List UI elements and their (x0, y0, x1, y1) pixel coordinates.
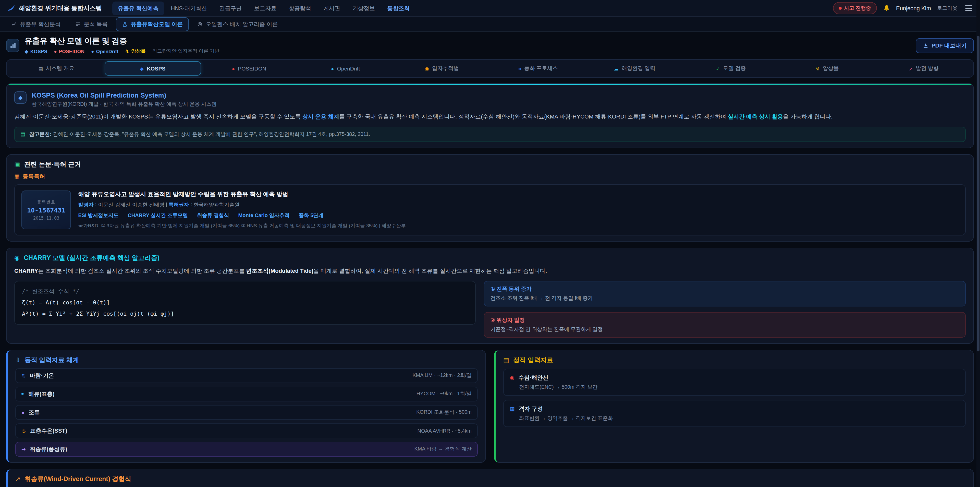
tab-ocean-env-input[interactable]: ☁해양환경 입력 (587, 61, 683, 76)
kosps-subtitle: 한국해양연구원(KORDI) 개발 · 한국 해역 특화 유출유 확산 예측 상… (32, 101, 216, 108)
dot-icon: ● (232, 65, 235, 71)
charry-header: ◉ CHARRY 모델 (실시간 조류예측 핵심 알고리즘) (14, 254, 966, 262)
patent-section-title: 관련 논문·특허 근거 (24, 160, 81, 169)
arrow-wave-icon: ⇝ (21, 446, 26, 452)
wdc-title: 취송류(Wind-Driven Current) 경험식 (24, 475, 131, 484)
subnav-label: 오일펜스 배치 알고리즘 이론 (206, 20, 278, 28)
tab-particle-tracking[interactable]: ◉입자추적법 (393, 61, 490, 76)
tab-ensemble[interactable]: ↯앙상블 (779, 61, 876, 76)
wave-icon: ≈ (519, 65, 521, 71)
patent-meta: 발명자 : 이문진·김혜진·이승헌·전태병 | 특허권자 : 한국해양과학기술원 (78, 201, 959, 208)
inputs-row: ⇩ 동적 입력자료 체계 ≋바람·기온 KMA UM · ~12km · 2회/… (6, 350, 974, 463)
badge-poseidon: ●POSEIDON (54, 48, 84, 54)
charry-description: CHARRY는 조화분석에 의한 검조소 실시간 조위와 조석 수치모델링에 의… (14, 266, 966, 276)
scrollbar-thumb[interactable] (977, 36, 980, 351)
nav-item-oil-spill-forecast[interactable]: 유출유 확산예측 (112, 1, 164, 15)
dynamic-inputs-header: ⇩ 동적 입력자료 체계 (15, 356, 478, 364)
wave-icon: ≈ (21, 391, 24, 397)
book-icon: ▤ (21, 131, 25, 137)
patent-tag[interactable]: 풍화 5단계 (299, 212, 324, 219)
kosps-description: 김혜진·이문진·오세웅·강준묵(2011)이 개발한 KOSPS는 유류오염사고… (14, 112, 966, 122)
page-icon (6, 39, 19, 52)
subnav-item-oil-fence-theory[interactable]: 오일펜스 배치 알고리즘 이론 (191, 17, 284, 31)
patent-card: 등록번호 10-1567431 2015.11.03 해양 유류오염사고 발생시… (14, 184, 966, 235)
section-tab-bar: ▤시스템 개요 ◆KOSPS ●POSEIDON ●OpenDrift ◉입자추… (6, 59, 974, 78)
patent-title: 해양 유류오염사고 발생시 효율적인 방제방안 수립을 위한 유출유 확산 예측… (78, 190, 959, 198)
export-icon (923, 43, 928, 48)
patent-number-box: 등록번호 10-1567431 2015.11.03 (21, 190, 71, 229)
brand[interactable]: 해양환경 위기대응 통합시스템 (6, 3, 102, 13)
nav-item-weather-info[interactable]: 기상정보 (347, 1, 380, 15)
particle-icon: ◉ (425, 65, 429, 71)
tab-opendrift[interactable]: ●OpenDrift (298, 61, 394, 76)
wind-icon: ≋ (21, 373, 26, 378)
dynamic-inputs-title: 동적 입력자료 체계 (24, 356, 79, 364)
charry-body: /* 변조조석 수식 */ ζ(t) = A(t) cos[σt - θ(t)]… (14, 281, 966, 337)
wing-logo-icon (6, 3, 15, 13)
patent-section-header: ▣ 관련 논문·특허 근거 (14, 160, 966, 169)
dot-icon: ● (331, 65, 334, 71)
patent-number-label: 등록번호 (37, 199, 56, 205)
sub-navbar: 유출유 확산분석 분석 목록 유출유확산모델 이론 오일펜스 배치 알고리즘 이… (0, 17, 980, 32)
nav-item-integrated-search[interactable]: 통합조회 (382, 1, 415, 15)
incident-status-badge[interactable]: 사고 진행중 (833, 2, 877, 14)
patent-tag[interactable]: ESI 방제정보지도 (78, 212, 119, 219)
dot-icon: ● (21, 409, 24, 415)
tab-kosps[interactable]: ◆KOSPS (105, 61, 201, 76)
patent-tags: ESI 방제정보지도 CHARRY 실시간 조류모델 취송류 경험식 Monte… (78, 212, 959, 219)
chart-up-icon: ↗ (15, 476, 21, 483)
main-menu: 유출유 확산예측 HNS·대기확산 긴급구난 보고자료 항공탐색 게시판 기상정… (112, 1, 829, 15)
diamond-icon: ◆ (140, 65, 144, 71)
bell-icon[interactable] (883, 5, 890, 12)
input-row-current: ≈해류(표층) HYCOM · ~9km · 1회/일 (15, 386, 478, 401)
tab-model-validation[interactable]: ✓모델 검증 (682, 61, 779, 76)
tab-poseidon[interactable]: ●POSEIDON (201, 61, 298, 76)
modulated-tide-code-block: /* 변조조석 수식 */ ζ(t) = A(t) cos[σt - θ(t)]… (14, 281, 476, 324)
list-icon (75, 21, 81, 27)
check-icon: ✓ (716, 65, 720, 71)
thermometer-icon: ♨ (21, 428, 26, 433)
patent-tag[interactable]: CHARRY 실시간 조류모델 (127, 212, 188, 219)
tab-weathering-process[interactable]: ≈풍화 프로세스 (490, 61, 587, 76)
badge-opendrift: ●OpenDrift (91, 48, 118, 54)
pdf-export-button[interactable]: PDF 내보내기 (916, 38, 974, 53)
subnav-item-analysis-list[interactable]: 분석 목록 (69, 17, 114, 31)
patent-tag[interactable]: Monte Carlo 입자추적 (239, 212, 290, 219)
clipboard-icon: ▦ (14, 173, 20, 180)
nav-item-board[interactable]: 게시판 (318, 1, 346, 15)
bar-chart-icon (10, 42, 16, 49)
kosps-section: ◆ KOSPS (Korea Oil Spill Prediction Syst… (6, 83, 974, 148)
input-row-tide: ●조류 KORDI 조화분석 · 500m (15, 405, 478, 420)
menu-icon[interactable] (964, 3, 974, 13)
static-inputs-section: ▤ 정적 입력자료 ◉수심·해안선 전자해도(ENC) → 500m 격자 보간… (494, 350, 974, 463)
subnav-label: 분석 목록 (84, 20, 108, 28)
nav-item-reports[interactable]: 보고자료 (248, 1, 282, 15)
user-name[interactable]: Eunjeong Kim (896, 5, 931, 11)
input-row-sst: ♨표층수온(SST) NOAA AVHRR · ~5.4km (15, 423, 478, 438)
page-subtitle: 라그랑지안 입자추적 이론 기반 (152, 48, 220, 55)
subnav-item-model-theory[interactable]: 유출유확산모델 이론 (116, 17, 189, 31)
trend-chart-icon (11, 21, 17, 27)
diamond-icon: ◆ (14, 91, 27, 104)
scrollbar-track[interactable] (977, 0, 980, 487)
navbar-right: 사고 진행중 Eunjeong Kim 로그아웃 (833, 2, 974, 14)
nav-item-aerial-search[interactable]: 항공탐색 (283, 1, 317, 15)
formula-line: ζ(t) = A(t) cos[σt - θ(t)] (22, 297, 468, 308)
input-row-wind-driven-current: ⇝취송류(풍성류) KMA 바람 → 경험식 계산 (15, 442, 478, 457)
tab-roadmap[interactable]: ↗발전 방향 (875, 61, 972, 76)
rocket-icon: ↗ (908, 65, 913, 71)
status-dot-icon (838, 6, 842, 10)
logout-button[interactable]: 로그아웃 (937, 5, 958, 12)
pdf-button-label: PDF 내보내기 (932, 42, 967, 49)
subnav-item-diffusion-analysis[interactable]: 유출유 확산분석 (5, 17, 67, 31)
patent-number: 10-1567431 (27, 206, 65, 214)
badge-ensemble: ↯앙상블 (125, 48, 146, 55)
flask-icon (122, 21, 127, 27)
callout-phase: ② 위상차 일정 기준점~격자점 간 위상차는 진폭에 무관하게 일정 (484, 312, 966, 337)
tab-system-overview[interactable]: ▤시스템 개요 (8, 61, 105, 76)
nav-item-hns-atmospheric[interactable]: HNS·대기확산 (165, 1, 213, 15)
app-root: 해양환경 위기대응 통합시스템 유출유 확산예측 HNS·대기확산 긴급구난 보… (0, 0, 980, 487)
registered-patent-label: ▦ 등록특허 (14, 172, 966, 180)
nav-item-emergency-rescue[interactable]: 긴급구난 (213, 1, 247, 15)
patent-tag[interactable]: 취송류 경험식 (197, 212, 229, 219)
